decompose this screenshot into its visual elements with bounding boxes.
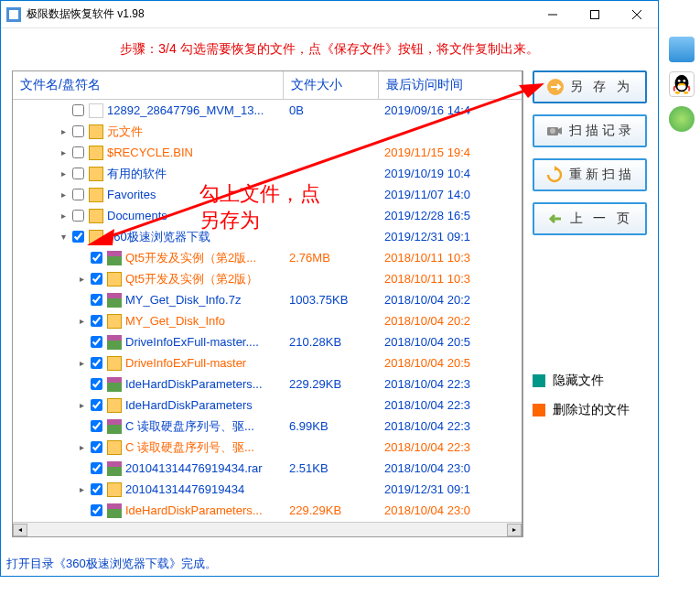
file-row[interactable]: ▸Favorites2019/11/07 14:0 (13, 184, 522, 205)
file-checkbox[interactable] (72, 189, 84, 200)
col-filesize[interactable]: 文件大小 (284, 71, 379, 99)
file-row[interactable]: ▸Qt5开发及实例（第2版）2018/10/11 10:3 (13, 268, 522, 289)
col-filename[interactable]: 文件名/盘符名 (13, 71, 284, 99)
file-row[interactable]: ▸C 读取硬盘序列号、驱...2018/10/04 22:3 (13, 437, 522, 458)
file-checkbox[interactable] (91, 441, 102, 453)
file-checkbox[interactable] (91, 399, 102, 411)
archive-icon (107, 377, 122, 392)
file-name: IdeHardDiskParameters... (125, 503, 263, 517)
file-row[interactable]: Qt5开发及实例（第2版...2.76MB2018/10/11 10:3 (13, 247, 522, 268)
folder-icon (107, 272, 122, 287)
file-name: C 读取硬盘序列号、驱... (125, 439, 254, 456)
folder-icon (89, 209, 103, 223)
file-name: MY_Get_Disk_Info (125, 314, 225, 328)
minimize-button[interactable] (532, 1, 574, 28)
folder-icon (89, 124, 103, 139)
toolbar-icon-1[interactable] (669, 37, 695, 62)
file-checkbox[interactable] (72, 125, 84, 137)
toolbar-icon-3[interactable] (669, 106, 695, 132)
file-date: 2018/10/04 23:0 (379, 461, 522, 475)
expand-toggle[interactable]: ▸ (57, 126, 70, 136)
qq-icon[interactable] (669, 71, 695, 97)
legend-deleted: 删除过的文件 (533, 402, 647, 418)
file-checkbox[interactable] (91, 252, 102, 264)
file-row[interactable]: ▸Documents2019/12/28 16:5 (13, 205, 522, 226)
file-checkbox[interactable] (72, 210, 84, 222)
archive-icon (107, 251, 122, 265)
horizontal-scrollbar[interactable]: ◂ ▸ (13, 522, 522, 536)
file-checkbox[interactable] (91, 378, 102, 390)
folder-icon (107, 398, 122, 413)
file-checkbox[interactable] (72, 231, 84, 243)
expand-toggle[interactable]: ▸ (75, 316, 88, 326)
file-row[interactable]: ▸有用的软件2019/10/19 10:4 (13, 163, 522, 184)
file-date: 2019/12/28 16:5 (379, 209, 522, 222)
file-row[interactable]: ▸IdeHardDiskParameters2018/10/04 22:3 (13, 395, 522, 416)
expand-toggle[interactable]: ▸ (75, 274, 88, 284)
folder-icon (107, 440, 122, 455)
file-checkbox[interactable] (72, 168, 84, 179)
file-row[interactable]: ▸DriveInfoExFull-master2018/10/04 20:5 (13, 352, 522, 373)
file-checkbox[interactable] (91, 294, 102, 306)
file-row[interactable]: ▾360极速浏览器下载2019/12/31 09:1 (13, 226, 522, 247)
file-name: Qt5开发及实例（第2版... (125, 250, 256, 266)
file-row[interactable]: ▸2010413144769194342019/12/31 09:1 (13, 479, 522, 500)
file-date: 2018/10/04 20:2 (379, 293, 522, 307)
file-checkbox[interactable] (72, 146, 84, 158)
folder-icon (107, 482, 122, 497)
file-checkbox[interactable] (91, 483, 102, 495)
refresh-icon (545, 166, 564, 184)
file-size: 1003.75KB (284, 293, 379, 307)
file-date: 2018/10/11 10:3 (379, 251, 522, 265)
file-name: 201041314476919434 (125, 482, 244, 496)
rescan-button[interactable]: 重新扫描 (533, 158, 647, 191)
prev-page-button[interactable]: 上 一 页 (533, 202, 647, 235)
file-size: 229.29KB (284, 377, 379, 391)
file-row[interactable]: C 读取硬盘序列号、驱...6.99KB2018/10/04 22:3 (13, 416, 522, 437)
close-button[interactable] (616, 1, 658, 28)
expand-toggle[interactable]: ▸ (57, 147, 70, 157)
folder-icon (107, 356, 122, 371)
file-row[interactable]: ▸元文件 (13, 121, 522, 142)
file-checkbox[interactable] (72, 104, 84, 116)
expand-toggle[interactable]: ▾ (57, 232, 70, 242)
file-list-panel: 文件名/盘符名 文件大小 最后访问时间 12892_28647796_MVM_1… (12, 70, 523, 537)
file-name: Documents (107, 209, 167, 222)
expand-toggle[interactable]: ▸ (75, 358, 88, 368)
file-checkbox[interactable] (91, 273, 102, 285)
file-row[interactable]: DriveInfoExFull-master....210.28KB2018/1… (13, 331, 522, 352)
expand-toggle[interactable]: ▸ (75, 442, 88, 452)
file-date: 2019/12/31 09:1 (379, 482, 522, 496)
scan-log-button[interactable]: 扫描记录 (533, 114, 647, 147)
col-lastaccess[interactable]: 最后访问时间 (379, 71, 522, 99)
expand-toggle[interactable]: ▸ (75, 484, 88, 494)
file-name: 360极速浏览器下载 (107, 229, 210, 245)
legend-hidden: 隐藏文件 (533, 373, 647, 389)
file-checkbox[interactable] (91, 462, 102, 474)
file-date: 2018/10/04 22:3 (379, 440, 522, 454)
file-row[interactable]: IdeHardDiskParameters...229.29KB2018/10/… (13, 500, 522, 521)
maximize-button[interactable] (574, 1, 616, 28)
file-checkbox[interactable] (91, 420, 102, 432)
file-row[interactable]: ▸MY_Get_Disk_Info2018/10/04 20:2 (13, 310, 522, 331)
file-checkbox[interactable] (91, 504, 102, 516)
file-row[interactable]: 201041314476919434.rar2.51KB2018/10/04 2… (13, 458, 522, 479)
file-row[interactable]: 12892_28647796_MVM_13...0B2019/09/16 14:… (13, 100, 522, 121)
expand-toggle[interactable]: ▸ (75, 400, 88, 410)
scroll-right-button[interactable]: ▸ (507, 524, 522, 536)
save-as-button[interactable]: 另 存 为 (533, 70, 647, 103)
svg-point-14 (684, 92, 689, 94)
file-date: 2019/11/15 19:4 (379, 146, 522, 159)
expand-toggle[interactable]: ▸ (57, 189, 70, 200)
file-row[interactable]: ▸$RECYCLE.BIN2019/11/15 19:4 (13, 142, 522, 163)
file-name: $RECYCLE.BIN (107, 146, 193, 159)
expand-toggle[interactable]: ▸ (57, 168, 70, 178)
expand-toggle[interactable]: ▸ (57, 211, 70, 221)
file-size: 210.28KB (284, 335, 379, 349)
file-row[interactable]: MY_Get_Disk_Info.7z1003.75KB2018/10/04 2… (13, 289, 522, 310)
file-checkbox[interactable] (91, 336, 102, 348)
scroll-left-button[interactable]: ◂ (13, 524, 27, 536)
file-row[interactable]: IdeHardDiskParameters...229.29KB2018/10/… (13, 373, 522, 395)
file-checkbox[interactable] (91, 315, 102, 327)
file-checkbox[interactable] (91, 357, 102, 369)
